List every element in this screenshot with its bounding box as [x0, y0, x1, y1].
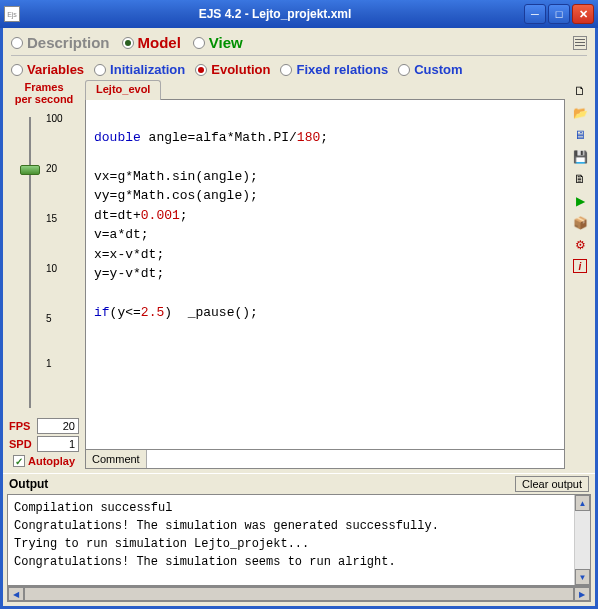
output-title: Output [9, 477, 515, 491]
output-panel: Output Clear output Compilation successf… [3, 469, 595, 606]
saveas-icon[interactable]: 🗎 [572, 171, 588, 187]
tab-label: Description [27, 34, 110, 51]
slider-tick-label: 1 [46, 358, 52, 369]
menu-icon[interactable] [573, 36, 587, 50]
close-button[interactable]: ✕ [572, 4, 594, 24]
main-tab-bar: Description Model View [3, 28, 595, 53]
scroll-thumb[interactable] [24, 587, 574, 601]
sub-tab-bar: Variables Initialization Evolution Fixed… [3, 58, 595, 79]
maximize-button[interactable]: □ [548, 4, 570, 24]
slider-thumb[interactable] [20, 165, 40, 175]
side-toolbar: 🗋 📂 🖥 💾 🗎 ▶ 📦 ⚙ i [569, 79, 591, 469]
subtab-label: Fixed relations [296, 62, 388, 77]
run-icon[interactable]: ▶ [572, 193, 588, 209]
radio-icon [398, 64, 410, 76]
code-editor[interactable]: double angle=alfa*Math.PI/180; vx=g*Math… [85, 99, 565, 450]
radio-icon [195, 64, 207, 76]
window-content: Description Model View Variables Initial… [0, 28, 598, 609]
clear-output-button[interactable]: Clear output [515, 476, 589, 492]
subtab-variables[interactable]: Variables [11, 62, 84, 77]
subtab-fixed-relations[interactable]: Fixed relations [280, 62, 388, 77]
minimize-button[interactable]: ─ [524, 4, 546, 24]
slider-tick-label: 5 [46, 313, 52, 324]
code-tab[interactable]: Lejto_evol [85, 80, 161, 100]
slider-tick-label: 100 [46, 113, 63, 124]
subtab-custom[interactable]: Custom [398, 62, 462, 77]
radio-icon [122, 37, 134, 49]
autoplay-label: Autoplay [28, 455, 75, 467]
tab-label: View [209, 34, 243, 51]
checkbox-icon: ✓ [13, 455, 25, 467]
fps-slider[interactable]: 10020151051 [18, 109, 70, 416]
divider [11, 55, 587, 56]
options-icon[interactable]: ⚙ [572, 237, 588, 253]
scroll-right-icon[interactable]: ▶ [574, 587, 590, 601]
frames-panel: Framesper second 10020151051 FPS SPD ✓ A… [7, 79, 81, 469]
frames-header: Framesper second [15, 81, 74, 105]
window-title: EJS 4.2 - Lejto_projekt.xml [26, 7, 524, 21]
fps-label: FPS [9, 420, 35, 432]
subtab-label: Evolution [211, 62, 270, 77]
title-bar: Ejs EJS 4.2 - Lejto_projekt.xml ─ □ ✕ [0, 0, 598, 28]
comment-label: Comment [86, 450, 147, 468]
fps-input[interactable] [37, 418, 79, 434]
output-text[interactable]: Compilation successful Congratulations! … [8, 495, 574, 585]
scroll-down-icon[interactable]: ▼ [575, 569, 590, 585]
tab-description[interactable]: Description [11, 34, 110, 51]
radio-icon [11, 64, 23, 76]
radio-icon [94, 64, 106, 76]
scroll-left-icon[interactable]: ◀ [8, 587, 24, 601]
subtab-label: Initialization [110, 62, 185, 77]
app-icon: Ejs [4, 6, 20, 22]
horizontal-scrollbar[interactable]: ◀ ▶ [7, 586, 591, 602]
subtab-evolution[interactable]: Evolution [195, 62, 270, 77]
new-icon[interactable]: 🗋 [572, 83, 588, 99]
tab-model[interactable]: Model [122, 34, 181, 51]
export-icon[interactable]: 🖥 [572, 127, 588, 143]
slider-tick-label: 20 [46, 163, 57, 174]
save-icon[interactable]: 💾 [572, 149, 588, 165]
tab-label: Model [138, 34, 181, 51]
spd-input[interactable] [37, 436, 79, 452]
tab-view[interactable]: View [193, 34, 243, 51]
main-area: Framesper second 10020151051 FPS SPD ✓ A… [3, 79, 595, 469]
comment-input[interactable] [147, 450, 564, 468]
subtab-initialization[interactable]: Initialization [94, 62, 185, 77]
slider-tick-label: 15 [46, 213, 57, 224]
autoplay-checkbox[interactable]: ✓ Autoplay [13, 455, 75, 467]
radio-icon [193, 37, 205, 49]
info-icon[interactable]: i [573, 259, 587, 273]
code-panel: Lejto_evol double angle=alfa*Math.PI/180… [85, 79, 565, 469]
slider-tick-label: 10 [46, 263, 57, 274]
spd-label: SPD [9, 438, 35, 450]
subtab-label: Custom [414, 62, 462, 77]
subtab-label: Variables [27, 62, 84, 77]
open-icon[interactable]: 📂 [572, 105, 588, 121]
radio-icon [11, 37, 23, 49]
package-icon[interactable]: 📦 [572, 215, 588, 231]
vertical-scrollbar[interactable]: ▲ ▼ [574, 495, 590, 585]
scroll-up-icon[interactable]: ▲ [575, 495, 590, 511]
radio-icon [280, 64, 292, 76]
